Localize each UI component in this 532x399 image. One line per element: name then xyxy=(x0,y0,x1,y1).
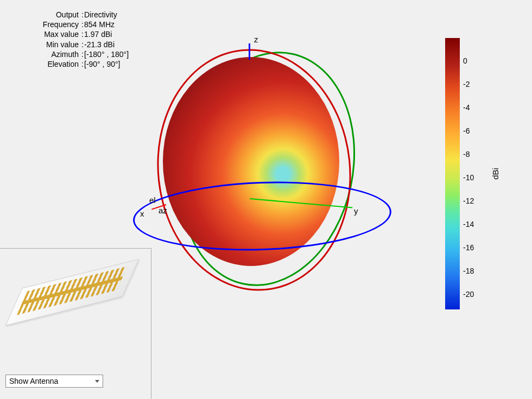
colorbar-tick: -2 xyxy=(463,80,470,88)
axis-label-y: y xyxy=(354,206,358,216)
info-key: Min value xyxy=(0,40,81,49)
axis-label-el: el xyxy=(149,195,156,205)
colorbar-gradient xyxy=(445,38,460,309)
chevron-down-icon xyxy=(95,380,99,383)
info-key: Max value xyxy=(0,29,81,39)
colorbar-tick: 0 xyxy=(463,56,467,65)
colorbar-ticks: 0 -2 -4 -6 -8 -10 -12 -14 -16 -18 -20 xyxy=(463,38,485,309)
axis-label-x: x xyxy=(140,209,144,218)
colorbar-tick: -6 xyxy=(463,126,470,135)
colorbar-tick: -12 xyxy=(463,197,474,205)
info-row-frequency: Frequency : 854 MHz xyxy=(0,20,136,29)
info-row-azimuth: Azimuth : [-180° , 180°] xyxy=(0,49,136,59)
colorbar-tick: -16 xyxy=(463,243,474,252)
colorbar-tick: -4 xyxy=(463,103,470,112)
info-row-output: Output : Directivity xyxy=(0,10,136,20)
antenna-geometry-preview[interactable] xyxy=(0,245,144,350)
colorbar: 0 -2 -4 -6 -8 -10 -12 -14 -16 -18 -20 dB… xyxy=(445,38,502,309)
axis-z-icon xyxy=(249,43,250,60)
dropdown-label: Show Antenna xyxy=(9,377,58,385)
colorbar-tick: -18 xyxy=(463,267,474,275)
info-row-maxvalue: Max value : 1.97 dBi xyxy=(0,29,136,39)
colorbar-title: dBi xyxy=(491,168,500,180)
info-key: Azimuth xyxy=(0,49,81,59)
show-antenna-dropdown[interactable]: Show Antenna xyxy=(5,375,103,388)
colorbar-tick: -14 xyxy=(463,220,474,229)
info-value: 854 MHz xyxy=(84,20,136,29)
info-key: Frequency xyxy=(0,20,81,29)
info-value: Directivity xyxy=(84,10,136,20)
info-key: Elevation xyxy=(0,59,81,69)
info-key: Output xyxy=(0,10,81,20)
colorbar-tick: -20 xyxy=(463,290,474,299)
colorbar-tick: -10 xyxy=(463,173,474,182)
info-row-minvalue: Min value : -21.3 dBi xyxy=(0,40,136,49)
radiation-pattern-3d[interactable]: z x y el az xyxy=(125,38,423,320)
colorbar-tick: -8 xyxy=(463,150,470,159)
axis-label-az: az xyxy=(159,206,167,215)
antenna-preview-panel: Show Antenna xyxy=(0,248,151,399)
axis-label-z: z xyxy=(254,35,258,44)
output-info-block: Output : Directivity Frequency : 854 MHz… xyxy=(0,10,136,69)
info-row-elevation: Elevation : [-90° , 90°] xyxy=(0,59,136,69)
